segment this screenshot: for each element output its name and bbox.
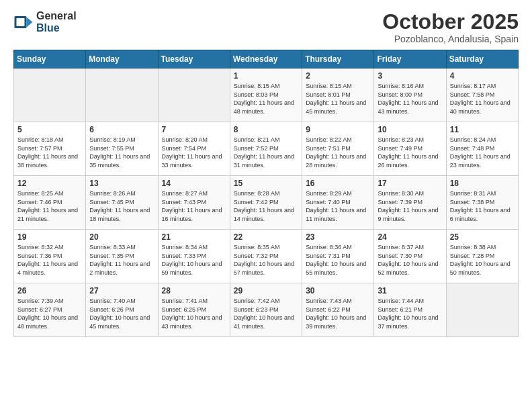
day-number: 12 — [17, 179, 82, 188]
calendar-week-row: 1Sunrise: 8:15 AMSunset: 8:03 PMDaylight… — [14, 68, 519, 122]
calendar-container: General Blue October 2025 Pozoblanco, An… — [0, 0, 532, 344]
day-number: 8 — [234, 125, 298, 134]
calendar-cell — [446, 283, 518, 337]
day-number: 5 — [17, 125, 82, 134]
calendar-cell: 2Sunrise: 8:15 AMSunset: 8:01 PMDaylight… — [302, 68, 374, 122]
day-info: Sunrise: 7:42 AMSunset: 6:23 PMDaylight:… — [234, 298, 294, 330]
calendar-cell: 6Sunrise: 8:19 AMSunset: 7:55 PMDaylight… — [86, 122, 158, 176]
logo-general: General — [36, 10, 77, 22]
day-info: Sunrise: 8:15 AMSunset: 8:01 PMDaylight:… — [306, 83, 366, 115]
day-info: Sunrise: 8:18 AMSunset: 7:57 PMDaylight:… — [17, 136, 78, 169]
day-number: 22 — [234, 232, 298, 242]
day-info: Sunrise: 7:40 AMSunset: 6:26 PMDaylight:… — [89, 298, 150, 330]
day-info: Sunrise: 8:38 AMSunset: 7:28 PMDaylight:… — [450, 244, 511, 276]
day-number: 11 — [450, 125, 515, 134]
day-number: 23 — [306, 232, 370, 242]
calendar-cell: 11Sunrise: 8:24 AMSunset: 7:48 PMDayligh… — [446, 122, 518, 176]
weekday-header: Thursday — [302, 50, 374, 68]
logo-text: General Blue — [36, 10, 77, 34]
day-info: Sunrise: 7:39 AMSunset: 6:27 PMDaylight:… — [17, 298, 78, 330]
day-number: 13 — [89, 179, 154, 188]
day-info: Sunrise: 8:33 AMSunset: 7:35 PMDaylight:… — [89, 244, 150, 276]
day-info: Sunrise: 8:31 AMSunset: 7:38 PMDaylight:… — [450, 190, 511, 222]
calendar-cell: 27Sunrise: 7:40 AMSunset: 6:26 PMDayligh… — [86, 283, 158, 337]
calendar-cell: 13Sunrise: 8:26 AMSunset: 7:45 PMDayligh… — [86, 176, 158, 230]
day-info: Sunrise: 8:16 AMSunset: 8:00 PMDaylight:… — [378, 83, 438, 115]
day-info: Sunrise: 8:35 AMSunset: 7:32 PMDaylight:… — [234, 244, 294, 276]
calendar-cell: 5Sunrise: 8:18 AMSunset: 7:57 PMDaylight… — [14, 122, 86, 176]
svg-marker-2 — [27, 17, 33, 27]
svg-rect-1 — [17, 18, 25, 26]
day-number: 24 — [378, 232, 442, 242]
day-number: 14 — [162, 179, 226, 188]
day-info: Sunrise: 8:29 AMSunset: 7:40 PMDaylight:… — [306, 190, 366, 222]
calendar-cell: 22Sunrise: 8:35 AMSunset: 7:32 PMDayligh… — [230, 230, 302, 283]
title-block: October 2025 Pozoblanco, Andalusia, Spai… — [382, 10, 519, 44]
calendar-cell: 24Sunrise: 8:37 AMSunset: 7:30 PMDayligh… — [374, 230, 446, 283]
calendar-cell: 17Sunrise: 8:30 AMSunset: 7:39 PMDayligh… — [374, 176, 446, 230]
day-info: Sunrise: 7:41 AMSunset: 6:25 PMDaylight:… — [162, 298, 222, 330]
day-number: 3 — [378, 71, 442, 81]
calendar-cell: 8Sunrise: 8:21 AMSunset: 7:52 PMDaylight… — [230, 122, 302, 176]
calendar-cell: 12Sunrise: 8:25 AMSunset: 7:46 PMDayligh… — [14, 176, 86, 230]
calendar-cell: 23Sunrise: 8:36 AMSunset: 7:31 PMDayligh… — [302, 230, 374, 283]
day-number: 7 — [162, 125, 226, 134]
day-info: Sunrise: 8:23 AMSunset: 7:49 PMDaylight:… — [378, 136, 438, 169]
day-number: 21 — [162, 232, 226, 242]
calendar-week-row: 12Sunrise: 8:25 AMSunset: 7:46 PMDayligh… — [14, 176, 519, 230]
calendar-cell: 20Sunrise: 8:33 AMSunset: 7:35 PMDayligh… — [86, 230, 158, 283]
month-title: October 2025 — [382, 10, 519, 34]
weekday-header: Sunday — [14, 50, 86, 68]
day-number: 31 — [378, 286, 442, 295]
calendar-cell: 21Sunrise: 8:34 AMSunset: 7:33 PMDayligh… — [158, 230, 230, 283]
day-number: 28 — [162, 286, 226, 295]
calendar-cell: 3Sunrise: 8:16 AMSunset: 8:00 PMDaylight… — [374, 68, 446, 122]
weekday-header: Monday — [86, 50, 158, 68]
calendar-cell: 16Sunrise: 8:29 AMSunset: 7:40 PMDayligh… — [302, 176, 374, 230]
calendar-cell: 15Sunrise: 8:28 AMSunset: 7:42 PMDayligh… — [230, 176, 302, 230]
calendar-cell: 29Sunrise: 7:42 AMSunset: 6:23 PMDayligh… — [230, 283, 302, 337]
weekday-header: Saturday — [446, 50, 518, 68]
day-info: Sunrise: 7:43 AMSunset: 6:22 PMDaylight:… — [306, 298, 366, 330]
day-number: 18 — [450, 179, 515, 188]
calendar-cell: 7Sunrise: 8:20 AMSunset: 7:54 PMDaylight… — [158, 122, 230, 176]
day-number: 30 — [306, 286, 370, 295]
calendar-cell: 4Sunrise: 8:17 AMSunset: 7:58 PMDaylight… — [446, 68, 518, 122]
logo-blue: Blue — [36, 22, 77, 34]
day-number: 6 — [89, 125, 154, 134]
day-number: 17 — [378, 179, 442, 188]
day-info: Sunrise: 8:37 AMSunset: 7:30 PMDaylight:… — [378, 244, 438, 276]
calendar-cell: 18Sunrise: 8:31 AMSunset: 7:38 PMDayligh… — [446, 176, 518, 230]
day-number: 10 — [378, 125, 442, 134]
calendar-cell: 31Sunrise: 7:44 AMSunset: 6:21 PMDayligh… — [374, 283, 446, 337]
calendar-cell: 28Sunrise: 7:41 AMSunset: 6:25 PMDayligh… — [158, 283, 230, 337]
day-info: Sunrise: 8:27 AMSunset: 7:43 PMDaylight:… — [162, 190, 222, 222]
day-number: 27 — [89, 286, 154, 295]
day-number: 16 — [306, 179, 370, 188]
calendar-week-row: 5Sunrise: 8:18 AMSunset: 7:57 PMDaylight… — [14, 122, 519, 176]
logo: General Blue — [13, 10, 77, 34]
day-number: 1 — [234, 71, 298, 81]
day-info: Sunrise: 8:30 AMSunset: 7:39 PMDaylight:… — [378, 190, 438, 222]
calendar-week-row: 26Sunrise: 7:39 AMSunset: 6:27 PMDayligh… — [14, 283, 519, 337]
calendar-cell: 26Sunrise: 7:39 AMSunset: 6:27 PMDayligh… — [14, 283, 86, 337]
calendar-table: SundayMondayTuesdayWednesdayThursdayFrid… — [13, 50, 519, 337]
day-info: Sunrise: 8:28 AMSunset: 7:42 PMDaylight:… — [234, 190, 294, 222]
day-info: Sunrise: 8:21 AMSunset: 7:52 PMDaylight:… — [234, 136, 294, 169]
header-row: SundayMondayTuesdayWednesdayThursdayFrid… — [14, 50, 519, 68]
calendar-cell: 9Sunrise: 8:22 AMSunset: 7:51 PMDaylight… — [302, 122, 374, 176]
weekday-header: Wednesday — [230, 50, 302, 68]
logo-icon — [13, 12, 34, 32]
weekday-header: Tuesday — [158, 50, 230, 68]
calendar-cell: 19Sunrise: 8:32 AMSunset: 7:36 PMDayligh… — [14, 230, 86, 283]
day-number: 15 — [234, 179, 298, 188]
location: Pozoblanco, Andalusia, Spain — [382, 34, 519, 44]
day-info: Sunrise: 8:15 AMSunset: 8:03 PMDaylight:… — [234, 83, 294, 115]
day-info: Sunrise: 8:36 AMSunset: 7:31 PMDaylight:… — [306, 244, 366, 276]
day-number: 20 — [89, 232, 154, 242]
day-number: 2 — [306, 71, 370, 81]
day-info: Sunrise: 8:25 AMSunset: 7:46 PMDaylight:… — [17, 190, 78, 222]
calendar-cell — [14, 68, 86, 122]
day-info: Sunrise: 8:19 AMSunset: 7:55 PMDaylight:… — [89, 136, 150, 169]
weekday-header: Friday — [374, 50, 446, 68]
